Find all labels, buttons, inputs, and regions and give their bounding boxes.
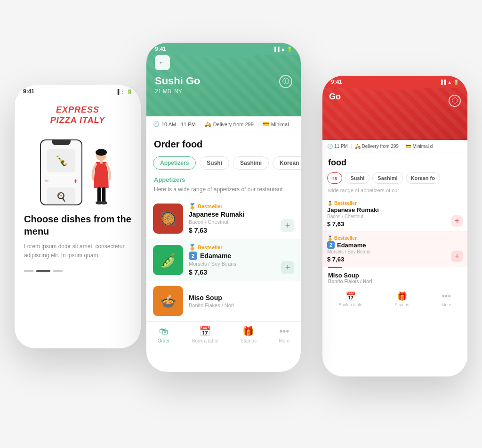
svg-rect-4: [102, 187, 105, 203]
clock-icon: 🕙: [153, 121, 160, 127]
add-buttons-row: − +: [41, 176, 81, 186]
menu-item-rumaki: 🥘 🏅 Bestseller Japanese Rumaki Bacon / C…: [146, 198, 301, 239]
food-thumb-rumaki: 🥘: [153, 204, 183, 234]
right-miso-section: Miso Soup Bonito Flakes / Nori: [322, 268, 467, 288]
left-time: 9:41: [23, 88, 34, 95]
woman-svg: [88, 149, 114, 205]
food-thumb-miso: 🍲: [153, 286, 183, 316]
nav-more-label: More: [279, 338, 289, 343]
right-cat-korean[interactable]: Korean fo: [406, 172, 440, 184]
right-cat-sashimi[interactable]: Sashimi: [372, 172, 402, 184]
right-medal-icon: 🏅: [327, 201, 333, 206]
quantity-badge-edamame: 2: [189, 252, 197, 260]
nav-order-label: Order: [158, 338, 170, 343]
nav-book-table[interactable]: 📅 Book a table: [192, 326, 218, 343]
phone-mockup-small: 🍾 − + 🍳 − +: [40, 139, 82, 205]
meta-bar: 🕙 10 AM - 11 PM | 🛵 Delivery from 299 | …: [146, 116, 301, 132]
right-clock-icon: 🕙: [327, 144, 333, 149]
right-stamps-label: Stamps: [395, 302, 410, 307]
item-sub-miso: Bonito Flakes / Nori: [189, 302, 294, 308]
right-meta-minimal: 💳 Minimal d: [405, 144, 433, 149]
plus-btn-1[interactable]: +: [74, 177, 78, 185]
right-status-icons: ▐▐ ▲ 🔋: [439, 80, 459, 85]
nav-stamps[interactable]: 🎁 Stamps: [241, 326, 257, 343]
card-icon: 💳: [263, 121, 269, 127]
left-title: Choose dishes from the menu: [24, 213, 131, 237]
right-item-info-edamame: 🏅 Bestseller 2 Edamame Morsels / Soy Bea…: [327, 236, 447, 263]
nav-order[interactable]: 🛍 Order: [158, 326, 170, 343]
right-more-label: More: [442, 302, 451, 307]
order-icon: 🛍: [159, 326, 169, 337]
right-stamps-icon: 🎁: [397, 291, 407, 301]
nav-more[interactable]: ••• More: [279, 326, 289, 343]
item-price-rumaki: $ 7,63: [189, 227, 275, 234]
left-pagination-dots: [15, 265, 141, 277]
right-bottom-nav: 📅 Book a table 🎁 Stamps ••• More: [322, 288, 467, 312]
menu-item-info-rumaki: 🏅 Bestseller Japanese Rumaki Bacon / Che…: [189, 203, 275, 234]
info-icon[interactable]: ⓘ: [279, 75, 292, 88]
right-item-info-rumaki: 🏅 Bestseller Japanese Rumaki Bacon / Che…: [327, 201, 447, 228]
cat-sashimi[interactable]: Sashimi: [233, 156, 269, 170]
menu-item-miso: 🍲 Miso Soup Bonito Flakes / Nori: [146, 281, 301, 321]
cat-korean[interactable]: Korean fo: [273, 156, 301, 170]
food-item-egg: 🍳: [47, 187, 75, 205]
menu-item-edamame: 🫛 🏅 Bestseller 2 Edamame Morsels / Soy B…: [146, 239, 301, 281]
cat-sushi[interactable]: Sushi: [200, 156, 229, 170]
right-menu-item-edamame: 🏅 Bestseller 2 Edamame Morsels / Soy Bea…: [322, 232, 467, 267]
right-meta-bar: 🕙 11 PM | 🛵 Delivery from 299 | 💳 Minima…: [322, 140, 467, 153]
categories-row: Appetizers Sushi Sashimi Korean fo: [146, 153, 301, 174]
delivery-icon: 🛵: [205, 121, 211, 127]
food-item-bottle: 🍾: [47, 149, 75, 172]
meta-sep-2: |: [257, 122, 259, 127]
right-item-name-rumaki: Japanese Rumaki: [327, 206, 447, 213]
right-book-label: Book a table: [338, 302, 362, 307]
right-cat-sushi[interactable]: Sushi: [345, 172, 370, 184]
center-status-icons: ▐▐ ▲ 🔋: [273, 47, 292, 52]
item-name-miso: Miso Soup: [189, 294, 294, 301]
subsection-label: Appetizers: [146, 174, 301, 184]
woman-figure: [87, 144, 115, 205]
book-table-icon: 📅: [199, 326, 211, 337]
restaurant-name: Sushi Go: [155, 75, 292, 87]
small-notch: [52, 140, 71, 145]
minus-btn-1[interactable]: −: [45, 177, 48, 185]
right-item-sub-rumaki: Bacon / Chestnut: [327, 214, 447, 219]
bestseller-tag-rumaki: 🏅 Bestseller: [189, 203, 275, 210]
dot-1: [24, 270, 33, 272]
right-more-icon: •••: [442, 292, 451, 301]
right-item-price-edamame: $ 7,63: [327, 256, 447, 263]
right-section-title: food: [322, 153, 467, 171]
stamps-icon: 🎁: [242, 326, 254, 337]
right-item-name-edamame: 2 Edamame: [327, 241, 447, 249]
right-nav-more[interactable]: ••• More: [442, 292, 451, 307]
right-add-btn-edamame[interactable]: +: [451, 251, 463, 262]
back-button[interactable]: ←: [155, 55, 170, 70]
left-desc: Lorem ipsum dolor sit amet, consectetur …: [24, 242, 131, 260]
cat-appetizers[interactable]: Appetizers: [153, 156, 196, 170]
dot-2: [36, 270, 50, 272]
right-card-icon: 💳: [405, 144, 411, 149]
item-price-edamame: $ 7,63: [189, 269, 275, 276]
bestseller-tag-edamame: 🏅 Bestseller: [189, 244, 275, 251]
medal-icon: 🏅: [189, 203, 196, 210]
right-menu-item-rumaki: 🏅 Bestseller Japanese Rumaki Bacon / Che…: [322, 197, 467, 232]
menu-items-list: 🥘 🏅 Bestseller Japanese Rumaki Bacon / C…: [146, 198, 301, 321]
center-notch: [191, 43, 257, 58]
nav-book-label: Book a table: [192, 338, 218, 343]
section-title: Order food: [154, 139, 293, 150]
add-button-rumaki[interactable]: +: [281, 219, 294, 232]
center-header: ← Sushi Go 21 MB, NY ⓘ: [146, 55, 301, 116]
right-delivery-icon: 🛵: [355, 144, 361, 149]
right-add-btn-rumaki[interactable]: +: [451, 215, 463, 227]
right-medal-icon-2: 🏅: [327, 236, 333, 241]
right-nav-stamps[interactable]: 🎁 Stamps: [395, 291, 410, 307]
add-button-edamame[interactable]: +: [281, 261, 294, 274]
more-icon: •••: [279, 326, 289, 337]
right-nav-book[interactable]: 📅 Book a table: [338, 291, 362, 307]
left-logo: EXPRESS PIZZA ITALY: [15, 98, 141, 130]
right-bestseller-rumaki: 🏅 Bestseller: [327, 201, 447, 206]
right-cat-rs[interactable]: rs: [327, 172, 342, 184]
right-book-icon: 📅: [345, 291, 356, 301]
meta-minimal: 💳 Minimal: [263, 121, 289, 127]
restaurant-info: Sushi Go 21 MB, NY ⓘ: [155, 75, 292, 95]
